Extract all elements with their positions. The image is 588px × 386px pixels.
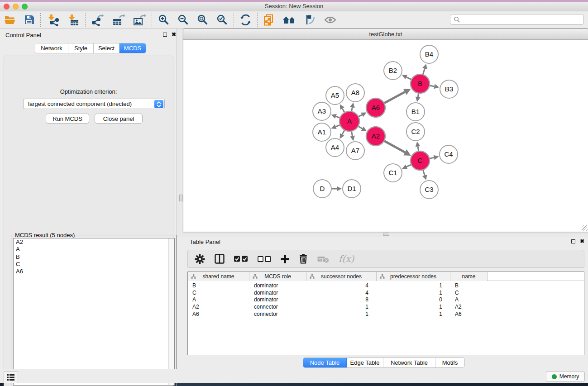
scrollbar-track[interactable]: [168, 238, 174, 385]
tab-motifs[interactable]: Motifs: [435, 358, 464, 367]
graph-node-label: C2: [411, 128, 420, 135]
table-cell: 1: [377, 290, 442, 297]
tab-edge-table[interactable]: Edge Table: [347, 358, 383, 367]
add-column-plus-icon[interactable]: [281, 255, 289, 263]
memory-button[interactable]: Memory: [546, 371, 585, 382]
deselect-all-boxes-icon[interactable]: [258, 256, 271, 262]
toolbar-separator: [85, 13, 86, 27]
mcds-result-list[interactable]: A2ABCA6: [13, 238, 175, 386]
network-graph-canvas[interactable]: AA1A3A5A8A4A7A6A2BB2B4B3B1C2CC4C1C3DD1: [183, 40, 588, 232]
result-item[interactable]: A: [14, 246, 174, 253]
table-cell: dominator: [254, 282, 306, 290]
close-traffic-light[interactable]: [4, 4, 10, 10]
hierarchy-icon: [310, 274, 315, 279]
export-image-icon[interactable]: [129, 13, 150, 27]
import-table-icon[interactable]: [63, 13, 83, 27]
search-input[interactable]: [460, 16, 573, 23]
criterion-dropdown[interactable]: largest connected component (directed): [23, 99, 165, 109]
column-header-successor-nodes[interactable]: successor nodes: [306, 272, 377, 281]
run-mcds-button[interactable]: Run MCDS: [46, 114, 89, 124]
graph-node-label: B1: [411, 108, 420, 115]
toolbar-separator: [234, 13, 234, 27]
splitter-handle[interactable]: [383, 233, 389, 236]
graph-node-label: C3: [425, 186, 433, 193]
tab-network[interactable]: Network: [35, 43, 68, 53]
result-item[interactable]: A6: [14, 268, 174, 275]
table-cell: dominator: [254, 296, 306, 304]
column-header-name[interactable]: name: [450, 272, 488, 281]
function-fx-icon[interactable]: f(x): [339, 253, 354, 264]
select-all-checks-icon[interactable]: [234, 256, 248, 262]
home-icon[interactable]: [278, 13, 300, 27]
table-cell: 8: [306, 296, 368, 304]
optimization-criterion-label: Optimization criterion:: [4, 88, 173, 95]
zoom-selected-icon[interactable]: [212, 13, 232, 27]
table-row[interactable]: Bdominator41B: [188, 282, 584, 290]
column-header-shared-name[interactable]: shared name: [188, 272, 249, 281]
minimize-traffic-light[interactable]: [196, 31, 202, 37]
zoom-out-icon[interactable]: [173, 13, 193, 27]
hide-selected-icon[interactable]: [300, 13, 320, 27]
tab-network-table[interactable]: Network Table: [383, 358, 435, 367]
table-row[interactable]: A2connector11A2: [188, 304, 584, 311]
zoom-traffic-light[interactable]: [205, 31, 211, 37]
settings-gear-icon[interactable]: [195, 254, 205, 264]
control-panel: Control Panel ✖ NetworkStyleSelectMCDS O…: [0, 29, 177, 369]
result-item[interactable]: A2: [14, 238, 174, 246]
table-cell: 1: [377, 304, 442, 311]
zoom-traffic-light[interactable]: [22, 4, 28, 10]
float-panel-icon[interactable]: [571, 239, 575, 243]
open-file-icon[interactable]: [0, 13, 20, 27]
splitter-handle[interactable]: [179, 195, 183, 201]
search-box[interactable]: [450, 14, 584, 25]
network-window-titlebar[interactable]: testGlobe.txt: [183, 29, 588, 40]
close-panel-icon[interactable]: ✖: [172, 31, 176, 38]
table-row[interactable]: A6connector11A6: [188, 311, 584, 318]
minimize-traffic-light[interactable]: [13, 4, 19, 10]
column-header-MCDS-role[interactable]: MCDS role: [249, 272, 306, 281]
column-header-predecessor-nodes[interactable]: predecessor nodes: [377, 272, 450, 281]
refresh-icon[interactable]: [236, 13, 255, 27]
table-row[interactable]: Adominator80A: [188, 296, 584, 304]
export-table-icon[interactable]: [108, 13, 129, 27]
tab-select[interactable]: Select: [94, 43, 120, 53]
window-resize-grip[interactable]: [582, 225, 588, 231]
task-history-button[interactable]: [4, 372, 18, 383]
save-session-icon[interactable]: [20, 13, 38, 27]
column-label: successor nodes: [321, 273, 362, 280]
table-cell: A: [192, 296, 249, 304]
float-panel-icon[interactable]: [163, 33, 167, 37]
tab-node-table[interactable]: Node Table: [303, 358, 347, 367]
graph-node-label: C1: [388, 169, 397, 176]
graph-node-label: A: [347, 117, 352, 125]
graph-arrowhead: [350, 103, 355, 108]
network-window[interactable]: testGlobe.txt AA1A3A5A8A4A7A6A2BB2B4B3B1…: [183, 29, 588, 232]
delete-table-icon[interactable]: [317, 255, 329, 263]
close-panel-button[interactable]: Close panel: [95, 114, 143, 124]
close-traffic-light[interactable]: [187, 31, 193, 37]
result-item[interactable]: C: [14, 261, 174, 268]
window-titlebar: Session: New Session: [0, 2, 588, 11]
hierarchy-icon: [253, 274, 258, 279]
table-row[interactable]: Cdominator41C: [188, 290, 584, 297]
close-panel-icon[interactable]: ✖: [580, 238, 584, 244]
result-item[interactable]: B: [14, 253, 174, 261]
zoom-fit-icon[interactable]: [193, 13, 212, 27]
zoom-in-icon[interactable]: [154, 13, 173, 27]
network-document-icon[interactable]: [259, 13, 278, 27]
table-cell: 0: [377, 296, 442, 304]
table-cell: C: [455, 290, 488, 297]
dropdown-stepper-icon: [154, 100, 163, 108]
show-eye-icon[interactable]: [320, 13, 340, 27]
export-network-icon[interactable]: [87, 13, 108, 27]
list-icon: [7, 374, 15, 381]
delete-trash-icon[interactable]: [299, 254, 308, 264]
graph-node-label: B2: [389, 67, 397, 74]
network-desktop-pane: testGlobe.txt AA1A3A5A8A4A7A6A2BB2B4B3B1…: [177, 29, 588, 369]
import-network-icon[interactable]: [43, 13, 63, 27]
tab-style[interactable]: Style: [68, 43, 94, 53]
table-cell: A2: [455, 304, 488, 311]
node-table[interactable]: shared nameMCDS rolesuccessor nodesprede…: [187, 272, 584, 355]
tab-mcds[interactable]: MCDS: [120, 43, 146, 53]
column-layout-icon[interactable]: [215, 254, 225, 264]
